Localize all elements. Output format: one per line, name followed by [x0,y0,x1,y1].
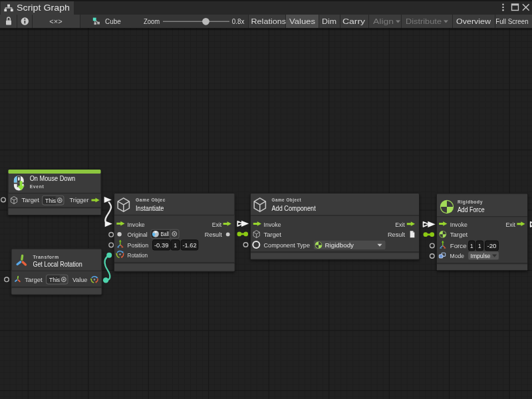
svg-text:Target: Target [264,231,282,238]
svg-text:Original: Original [128,231,148,238]
svg-text:This: This [45,198,56,204]
svg-text:Value: Value [72,276,87,283]
svg-text:<×>: <×> [49,17,62,25]
svg-text:Force: Force [450,242,467,249]
svg-text:Exit: Exit [506,221,516,228]
svg-text:Zoom: Zoom [144,17,160,25]
svg-text:Ball: Ball [161,231,170,237]
svg-text:Trigger: Trigger [70,196,90,203]
svg-text:This: This [49,277,60,283]
svg-text:Result: Result [388,231,405,238]
svg-text:Dim: Dim [322,17,336,25]
svg-text:Target: Target [450,231,468,238]
svg-text:Event: Event [30,184,45,190]
svg-text:Cube: Cube [105,17,121,25]
svg-text:Get Local Rotation: Get Local Rotation [33,261,82,268]
svg-text:Rigidbody: Rigidbody [325,241,354,249]
svg-text:Rotation: Rotation [128,251,148,259]
svg-text:Exit: Exit [395,221,405,228]
svg-text:1: 1 [174,242,177,249]
svg-text:Component Type: Component Type [264,241,311,249]
svg-text:-0.39: -0.39 [154,242,169,249]
svg-text:Impulse: Impulse [471,252,491,259]
svg-text:-1.62: -1.62 [183,242,197,249]
svg-text:Invoke: Invoke [450,221,467,228]
svg-text:-20: -20 [487,243,497,249]
svg-text:Add Force: Add Force [458,206,485,213]
svg-text:Exit: Exit [212,221,222,228]
svg-text:Target: Target [25,276,43,283]
svg-text:On Mouse Down: On Mouse Down [30,175,76,182]
svg-text:Overview: Overview [456,17,491,25]
svg-text:Invoke: Invoke [128,221,145,228]
svg-text:Carry: Carry [342,17,365,25]
svg-text:Mode: Mode [450,252,465,259]
svg-text:Align: Align [373,17,394,25]
svg-text:Rigidbody: Rigidbody [458,199,483,205]
svg-text:Position: Position [128,241,149,249]
svg-text:1: 1 [470,243,473,249]
svg-text:Transform: Transform [33,254,59,260]
svg-text:Relations: Relations [251,17,287,25]
svg-text:Script Graph: Script Graph [17,3,70,13]
svg-text:Game Objec: Game Objec [136,197,166,203]
svg-text:Distribute: Distribute [406,17,442,25]
svg-text:Target: Target [22,196,40,203]
svg-text:Instantiate: Instantiate [136,205,164,212]
svg-text:Add Component: Add Component [272,205,316,212]
svg-text:1: 1 [478,243,481,249]
svg-text:Invoke: Invoke [264,221,281,228]
svg-text:Values: Values [289,17,315,25]
svg-text:Full Screen: Full Screen [495,17,529,25]
svg-text:Game Object: Game Object [272,197,302,203]
svg-text:0.8x: 0.8x [232,17,245,25]
svg-text:Result: Result [205,231,222,238]
